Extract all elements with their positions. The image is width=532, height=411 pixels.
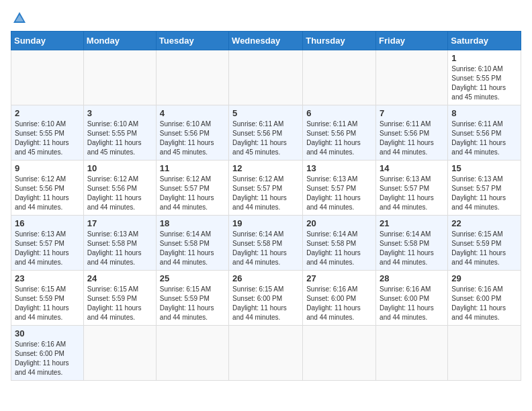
day-info: Sunrise: 6:11 AMSunset: 5:56 PMDaylight:… (451, 120, 517, 157)
header-saturday: Saturday (448, 32, 521, 50)
calendar-header-row: SundayMondayTuesdayWednesdayThursdayFrid… (11, 32, 521, 50)
calendar-cell (376, 326, 448, 381)
day-number: 15 (451, 163, 517, 173)
calendar-cell: 21Sunrise: 6:14 AMSunset: 5:58 PMDayligh… (376, 216, 448, 271)
calendar-week-6: 30Sunrise: 6:16 AMSunset: 6:00 PMDayligh… (11, 326, 521, 381)
day-number: 29 (451, 273, 517, 283)
calendar-cell: 28Sunrise: 6:16 AMSunset: 6:00 PMDayligh… (376, 271, 448, 326)
day-info: Sunrise: 6:15 AMSunset: 5:59 PMDaylight:… (160, 285, 225, 322)
day-number: 12 (232, 163, 299, 173)
day-info: Sunrise: 6:13 AMSunset: 5:57 PMDaylight:… (15, 230, 80, 267)
day-number: 18 (160, 218, 225, 228)
calendar-cell: 7Sunrise: 6:11 AMSunset: 5:56 PMDaylight… (376, 105, 448, 161)
calendar-cell (229, 50, 303, 105)
calendar-cell: 9Sunrise: 6:12 AMSunset: 5:56 PMDaylight… (11, 161, 84, 216)
day-info: Sunrise: 6:12 AMSunset: 5:56 PMDaylight:… (15, 175, 80, 212)
header-thursday: Thursday (303, 32, 376, 50)
day-number: 20 (306, 218, 372, 228)
header-sunday: Sunday (11, 32, 84, 50)
calendar-cell: 26Sunrise: 6:15 AMSunset: 6:00 PMDayligh… (229, 271, 303, 326)
calendar-cell (448, 326, 521, 381)
day-number: 16 (15, 218, 80, 228)
calendar-cell: 14Sunrise: 6:13 AMSunset: 5:57 PMDayligh… (376, 161, 448, 216)
day-info: Sunrise: 6:12 AMSunset: 5:56 PMDaylight:… (87, 175, 152, 212)
day-number: 17 (87, 218, 152, 228)
calendar-cell: 29Sunrise: 6:16 AMSunset: 6:00 PMDayligh… (448, 271, 521, 326)
calendar-cell: 1Sunrise: 6:10 AMSunset: 5:55 PMDaylight… (448, 50, 521, 105)
day-info: Sunrise: 6:14 AMSunset: 5:58 PMDaylight:… (306, 230, 372, 267)
page-header (11, 11, 521, 24)
header-wednesday: Wednesday (229, 32, 303, 50)
day-number: 2 (15, 108, 80, 118)
day-number: 7 (380, 108, 444, 118)
calendar-cell: 15Sunrise: 6:13 AMSunset: 5:57 PMDayligh… (448, 161, 521, 216)
calendar-cell (83, 50, 156, 105)
day-info: Sunrise: 6:13 AMSunset: 5:58 PMDaylight:… (87, 230, 152, 267)
calendar-cell (376, 50, 448, 105)
day-info: Sunrise: 6:10 AMSunset: 5:55 PMDaylight:… (451, 64, 517, 102)
logo (11, 11, 27, 24)
day-info: Sunrise: 6:16 AMSunset: 6:00 PMDaylight:… (380, 285, 444, 322)
calendar-cell: 11Sunrise: 6:12 AMSunset: 5:57 PMDayligh… (156, 161, 228, 216)
calendar-cell: 8Sunrise: 6:11 AMSunset: 5:56 PMDaylight… (448, 105, 521, 161)
header-monday: Monday (83, 32, 156, 50)
day-number: 5 (232, 108, 299, 118)
calendar-week-2: 2Sunrise: 6:10 AMSunset: 5:55 PMDaylight… (11, 105, 521, 161)
calendar-cell: 20Sunrise: 6:14 AMSunset: 5:58 PMDayligh… (303, 216, 376, 271)
day-number: 23 (15, 273, 80, 283)
calendar-week-1: 1Sunrise: 6:10 AMSunset: 5:55 PMDaylight… (11, 50, 521, 105)
day-info: Sunrise: 6:11 AMSunset: 5:56 PMDaylight:… (306, 120, 372, 157)
calendar-cell: 13Sunrise: 6:13 AMSunset: 5:57 PMDayligh… (303, 161, 376, 216)
calendar-cell: 22Sunrise: 6:15 AMSunset: 5:59 PMDayligh… (448, 216, 521, 271)
calendar-cell (229, 326, 303, 381)
day-number: 11 (160, 163, 225, 173)
day-info: Sunrise: 6:10 AMSunset: 5:55 PMDaylight:… (87, 120, 152, 157)
logo-icon (12, 11, 27, 24)
calendar-cell: 24Sunrise: 6:15 AMSunset: 5:59 PMDayligh… (83, 271, 156, 326)
day-info: Sunrise: 6:15 AMSunset: 6:00 PMDaylight:… (232, 285, 299, 322)
day-info: Sunrise: 6:11 AMSunset: 5:56 PMDaylight:… (232, 120, 299, 157)
calendar-cell: 4Sunrise: 6:10 AMSunset: 5:56 PMDaylight… (156, 105, 228, 161)
day-info: Sunrise: 6:14 AMSunset: 5:58 PMDaylight:… (160, 230, 225, 267)
day-info: Sunrise: 6:16 AMSunset: 6:00 PMDaylight:… (306, 285, 372, 322)
day-info: Sunrise: 6:15 AMSunset: 5:59 PMDaylight:… (87, 285, 152, 322)
calendar-cell (303, 326, 376, 381)
calendar-cell: 27Sunrise: 6:16 AMSunset: 6:00 PMDayligh… (303, 271, 376, 326)
header-tuesday: Tuesday (156, 32, 228, 50)
day-number: 22 (451, 218, 517, 228)
day-number: 27 (306, 273, 372, 283)
calendar-cell (156, 326, 228, 381)
day-number: 26 (232, 273, 299, 283)
day-number: 3 (87, 108, 152, 118)
day-number: 4 (160, 108, 225, 118)
day-number: 8 (451, 108, 517, 118)
calendar-cell: 6Sunrise: 6:11 AMSunset: 5:56 PMDaylight… (303, 105, 376, 161)
day-number: 9 (15, 163, 80, 173)
day-info: Sunrise: 6:10 AMSunset: 5:56 PMDaylight:… (160, 120, 225, 157)
day-info: Sunrise: 6:14 AMSunset: 5:58 PMDaylight:… (232, 230, 299, 267)
day-info: Sunrise: 6:13 AMSunset: 5:57 PMDaylight:… (306, 175, 372, 212)
calendar-cell: 25Sunrise: 6:15 AMSunset: 5:59 PMDayligh… (156, 271, 228, 326)
calendar-cell: 16Sunrise: 6:13 AMSunset: 5:57 PMDayligh… (11, 216, 84, 271)
day-info: Sunrise: 6:12 AMSunset: 5:57 PMDaylight:… (160, 175, 225, 212)
calendar-cell: 30Sunrise: 6:16 AMSunset: 6:00 PMDayligh… (11, 326, 84, 381)
day-info: Sunrise: 6:16 AMSunset: 6:00 PMDaylight:… (451, 285, 517, 322)
calendar-table: SundayMondayTuesdayWednesdayThursdayFrid… (11, 31, 521, 381)
day-info: Sunrise: 6:13 AMSunset: 5:57 PMDaylight:… (451, 175, 517, 212)
day-number: 19 (232, 218, 299, 228)
day-info: Sunrise: 6:16 AMSunset: 6:00 PMDaylight:… (15, 340, 80, 377)
day-number: 1 (451, 53, 517, 63)
day-info: Sunrise: 6:12 AMSunset: 5:57 PMDaylight:… (232, 175, 299, 212)
calendar-cell: 18Sunrise: 6:14 AMSunset: 5:58 PMDayligh… (156, 216, 228, 271)
header-friday: Friday (376, 32, 448, 50)
calendar-cell (156, 50, 228, 105)
day-info: Sunrise: 6:13 AMSunset: 5:57 PMDaylight:… (380, 175, 444, 212)
day-info: Sunrise: 6:14 AMSunset: 5:58 PMDaylight:… (380, 230, 444, 267)
calendar-week-5: 23Sunrise: 6:15 AMSunset: 5:59 PMDayligh… (11, 271, 521, 326)
day-number: 30 (15, 328, 80, 338)
day-number: 24 (87, 273, 152, 283)
day-number: 6 (306, 108, 372, 118)
day-info: Sunrise: 6:15 AMSunset: 5:59 PMDaylight:… (15, 285, 80, 322)
calendar-cell (303, 50, 376, 105)
calendar-cell: 12Sunrise: 6:12 AMSunset: 5:57 PMDayligh… (229, 161, 303, 216)
